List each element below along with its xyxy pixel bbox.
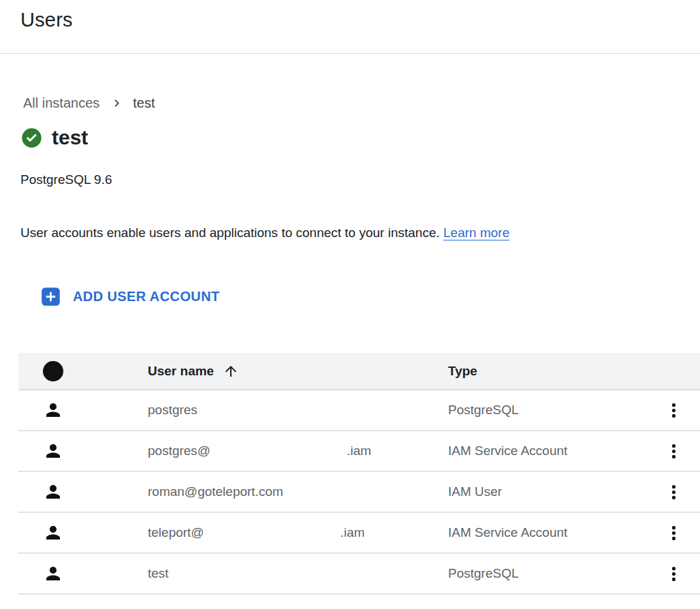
chevron-right-icon <box>110 96 124 110</box>
column-header-type[interactable]: Type <box>448 364 647 379</box>
type-header-label: Type <box>448 364 477 379</box>
status-ok-icon <box>21 127 42 149</box>
table-row: test PostgreSQL <box>18 554 700 595</box>
page-title: Users <box>0 0 700 31</box>
instance-engine-version: PostgreSQL 9.6 <box>20 172 700 187</box>
users-table: User name Type postgres PostgreSQL <box>18 353 700 595</box>
avatar-column-header <box>18 361 148 381</box>
person-icon <box>43 563 63 584</box>
breadcrumb: All instances test <box>23 95 700 111</box>
user-name-cell: roman@goteleport.com <box>148 484 448 499</box>
row-menu-kebab-icon[interactable] <box>663 400 684 421</box>
table-header-row: User name Type <box>18 353 700 390</box>
row-menu-kebab-icon[interactable] <box>663 441 684 462</box>
filled-circle-icon <box>43 361 63 381</box>
user-type-cell: IAM Service Account <box>448 525 647 540</box>
user-type-cell: IAM Service Account <box>448 443 647 458</box>
table-row: teleport@.iam IAM Service Account <box>18 513 700 554</box>
column-header-user-name[interactable]: User name <box>148 363 448 379</box>
user-type-cell: IAM User <box>448 484 647 499</box>
user-name-cell: test <box>148 566 448 581</box>
breadcrumb-all-instances[interactable]: All instances <box>23 95 99 111</box>
add-user-account-label: ADD USER ACCOUNT <box>73 289 220 304</box>
user-type-cell: PostgreSQL <box>448 566 647 581</box>
person-icon <box>43 441 63 461</box>
row-menu-kebab-icon[interactable] <box>663 482 684 503</box>
intro-text: User accounts enable users and applicati… <box>20 225 700 240</box>
learn-more-link[interactable]: Learn more <box>443 225 509 240</box>
intro-sentence: User accounts enable users and applicati… <box>20 225 440 240</box>
add-user-account-button[interactable]: ADD USER ACCOUNT <box>41 287 220 307</box>
sort-ascending-arrow-icon <box>223 363 239 379</box>
person-icon <box>43 400 63 420</box>
row-menu-kebab-icon[interactable] <box>663 563 684 584</box>
instance-heading: test <box>21 126 700 149</box>
plus-square-icon <box>41 287 61 307</box>
table-row: postgres PostgreSQL <box>18 390 700 431</box>
instance-name: test <box>52 126 88 149</box>
table-row: postgres@.iam IAM Service Account <box>18 431 700 472</box>
user-name-header-label: User name <box>148 364 214 379</box>
table-row: roman@goteleport.com IAM User <box>18 472 700 513</box>
person-icon <box>43 522 63 543</box>
user-name-cell: postgres <box>148 403 448 418</box>
row-menu-kebab-icon[interactable] <box>663 522 684 544</box>
user-type-cell: PostgreSQL <box>448 403 647 418</box>
user-name-cell: postgres@.iam <box>148 443 448 458</box>
person-icon <box>43 482 63 502</box>
user-name-cell: teleport@.iam <box>148 525 448 540</box>
breadcrumb-current: test <box>133 95 155 111</box>
page-header: Users <box>0 0 700 54</box>
main-content: All instances test test PostgreSQL 9.6 U… <box>0 95 700 595</box>
